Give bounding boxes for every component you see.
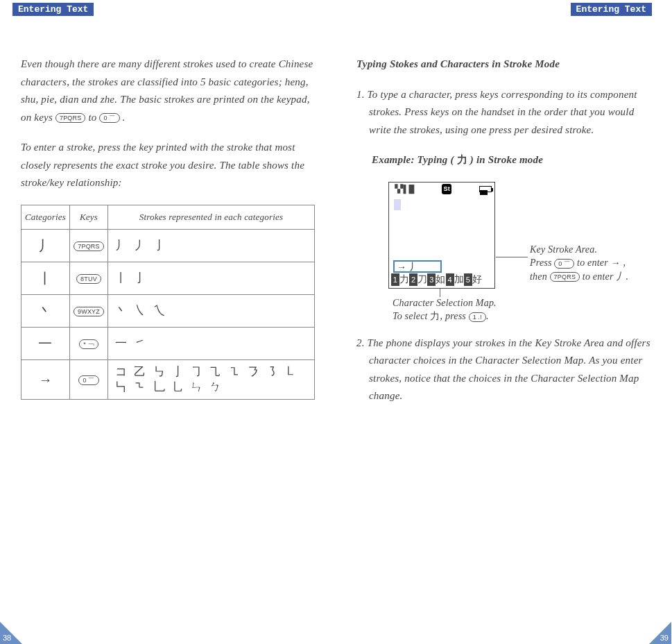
signal-icon: ▝▞▌█ <box>392 183 414 196</box>
key-7-icon: 7PQRS <box>550 272 580 282</box>
th-strokes: Strokes represented in each categories <box>108 205 315 229</box>
key-icon: 0 ￣ <box>78 375 98 385</box>
sel-num: 5 <box>464 273 472 286</box>
key-7-icon: 7PQRS <box>55 113 86 123</box>
example-b: ) in Stroke mode <box>467 154 543 165</box>
sel-num: 1 <box>391 273 399 286</box>
section-heading: Typing Stokes and Characters in Stroke M… <box>356 56 651 74</box>
example-char: 力 <box>457 154 467 165</box>
page-number-right: 39 <box>660 634 669 642</box>
ann-right-d: then <box>530 271 550 282</box>
key-icon: 9WXYZ <box>74 307 104 316</box>
ann-bottom-a: Character Selection Map. <box>393 298 497 308</box>
key-0-icon: 0 ￣ <box>554 259 574 269</box>
sel-char: 加 <box>454 274 464 285</box>
ann-bottom-d: . <box>486 311 489 321</box>
table-row: 一 * ￢ 一 ㇀ <box>21 327 315 359</box>
battery-icon <box>479 186 492 192</box>
para1-end: . <box>122 112 125 123</box>
sel-char: 力 <box>399 274 409 285</box>
para-intro: Even though there are many different str… <box>21 56 315 126</box>
key-icon: 8TUV <box>76 274 101 284</box>
cat-glyph: 丨 <box>38 271 52 286</box>
annotation-keystroke: Key Stroke Area. Press 0 ￣ to enter → , … <box>530 243 655 284</box>
sel-num: 4 <box>446 273 454 286</box>
para-instruct: To enter a stroke, press the key printed… <box>21 139 315 192</box>
sel-char: 如 <box>436 274 445 285</box>
cat-glyph: → <box>38 372 52 387</box>
character-selection-map: 1力2刀3如4加5好 <box>391 273 492 286</box>
th-categories: Categories <box>21 205 70 229</box>
battery-fill <box>480 190 488 195</box>
sel-char: 好 <box>472 274 482 285</box>
key-stroke-area: → 丿 <box>393 260 442 273</box>
example-a: Example: Typing ( <box>372 154 457 165</box>
rep-strokes: 丿 ㇓ 亅 <box>108 229 315 262</box>
cat-glyph: 丶 <box>38 303 52 319</box>
rep-strokes: 一 ㇀ <box>108 327 315 359</box>
ann-bottom-char: 力 <box>430 311 440 321</box>
left-content: Even though there are many different str… <box>21 56 315 400</box>
table-header-row: Categories Keys Strokes represented in e… <box>21 205 315 229</box>
th-keys: Keys <box>70 205 108 229</box>
table-row: → 0 ￣ コ 乙 ㇉ 亅 ㇆ ㇈ ㇅ ㇋ ㇌ ㇄ ㇞ ㇍ 乚 ㇟ ㄣ ㄅ <box>21 359 315 399</box>
example-label: Example: Typing ( 力 ) in Stroke mode <box>356 151 651 169</box>
status-bar: ▝▞▌█ St <box>389 183 494 196</box>
right-content: Typing Stokes and Characters in Stroke M… <box>356 56 651 418</box>
header-tab-right: Entering Text <box>571 3 652 16</box>
step-1: 1. To type a character, press keys corre… <box>356 86 651 139</box>
page-left: Entering Text Even though there are many… <box>0 0 336 644</box>
phone-screen: ▝▞▌█ St → 丿 1力2刀3如4加5好 <box>388 182 495 289</box>
table-row: 丨 8TUV 丨 亅 <box>21 262 315 294</box>
stroke-table: Categories Keys Strokes represented in e… <box>21 205 315 400</box>
callout-line-icon <box>496 257 528 257</box>
ann-bottom-b: To select <box>393 311 430 321</box>
key-icon: 7PQRS <box>74 242 104 251</box>
cat-glyph: 丿 <box>38 238 52 253</box>
table-row: 丿 7PQRS 丿 ㇓ 亅 <box>21 229 315 262</box>
annotation-charmap: Character Selection Map. To select 力, pr… <box>393 296 545 323</box>
key-0-icon: 0 ￣ <box>99 113 119 123</box>
rep-strokes: 丶 ㇏ ㇝ <box>108 294 315 327</box>
sel-num: 3 <box>427 273 436 286</box>
cat-glyph: 一 <box>38 336 52 351</box>
para1-mid: to <box>88 112 99 123</box>
sel-char: 刀 <box>417 274 427 285</box>
rep-strokes: コ 乙 ㇉ 亅 ㇆ ㇈ ㇅ ㇋ ㇌ ㇄ ㇞ ㇍ 乚 ㇟ ㄣ ㄅ <box>108 359 315 399</box>
key-icon: * ￢ <box>79 339 98 349</box>
step-2: 2. The phone displays your strokes in th… <box>356 334 651 405</box>
text-cursor <box>394 199 401 210</box>
phone-illustration: ▝▞▌█ St → 丿 1力2刀3如4加5好 Key Stroke Area. … <box>356 182 651 328</box>
header-tab-left: Entering Text <box>12 3 94 16</box>
mode-indicator: St <box>442 184 451 194</box>
sel-num: 2 <box>409 273 417 286</box>
page-number-left: 38 <box>3 634 11 642</box>
ann-right-a: Key Stroke Area. <box>530 244 597 255</box>
page-right: Entering Text Typing Stokes and Characte… <box>336 0 671 644</box>
table-row: 丶 9WXYZ 丶 ㇏ ㇝ <box>21 294 315 327</box>
ann-bottom-c: , press <box>440 311 469 321</box>
ann-right-c: to enter → , <box>574 257 626 268</box>
ann-right-b: Press <box>530 257 554 268</box>
key-1-icon: 1 .! <box>469 312 486 322</box>
ann-right-e: to enter 丿. <box>580 271 628 282</box>
rep-strokes: 丨 亅 <box>108 262 315 294</box>
